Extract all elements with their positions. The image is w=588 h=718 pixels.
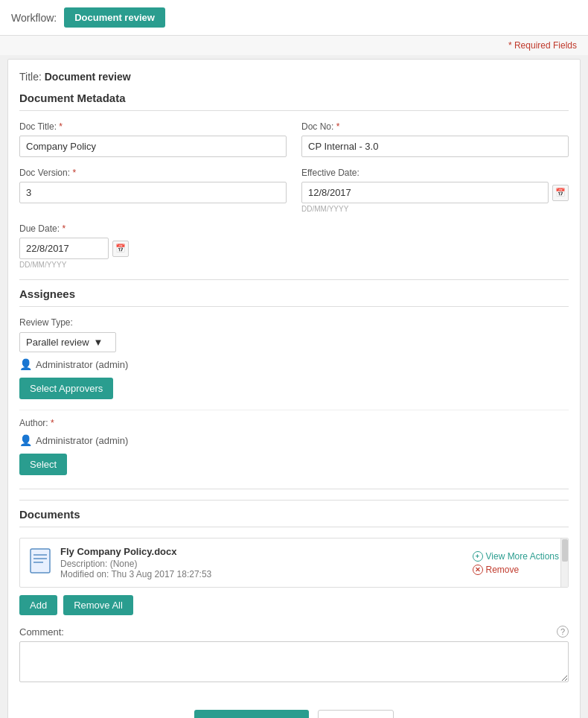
doc-title-input[interactable] xyxy=(19,136,287,157)
add-document-button[interactable]: Add xyxy=(19,595,57,615)
workflow-badge: Document review xyxy=(64,7,165,28)
main-card: Title: Document review Document Metadata… xyxy=(7,59,581,718)
cancel-button[interactable]: Cancel xyxy=(318,710,394,718)
view-more-icon: + xyxy=(473,551,483,562)
due-date-hint: DD/MM/YYYY xyxy=(19,261,287,269)
remove-icon: ✕ xyxy=(473,565,483,575)
due-date-row: Due Date: * 📅 DD/MM/YYYY xyxy=(19,223,569,269)
comment-label-row: Comment: ? xyxy=(19,626,569,638)
view-more-label: View More Actions xyxy=(486,551,560,562)
effective-date-input[interactable] xyxy=(301,182,549,203)
metadata-section-header: Document Metadata xyxy=(19,92,569,111)
remove-all-button[interactable]: Remove All xyxy=(63,595,133,615)
comment-textarea[interactable] xyxy=(19,641,569,682)
doc-name: Fly Company Policy.docx xyxy=(60,546,464,557)
review-type-value: Parallel review xyxy=(26,337,89,348)
doc-no-input[interactable] xyxy=(301,136,569,157)
view-more-actions-link[interactable]: + View More Actions xyxy=(473,551,560,562)
header: Workflow: Document review xyxy=(0,0,588,36)
effective-date-hint: DD/MM/YYYY xyxy=(301,205,569,213)
doc-info: Fly Company Policy.docx Description: (No… xyxy=(60,546,464,579)
title-value: Document review xyxy=(45,71,131,83)
due-date-calendar-icon[interactable]: 📅 xyxy=(112,241,129,257)
assignees-section: Review Type: Parallel review ▼ 👤 Adminis… xyxy=(19,317,569,399)
title-label: Title: xyxy=(19,71,42,83)
effective-date-calendar-icon[interactable]: 📅 xyxy=(552,185,569,201)
doc-version-input[interactable] xyxy=(19,182,287,203)
scrollbar-track xyxy=(560,538,568,587)
doc-title-group: Doc Title: * xyxy=(19,121,287,157)
assignee-user-icon: 👤 xyxy=(19,358,31,370)
doc-actions: + View More Actions ✕ Remove xyxy=(473,551,560,575)
scrollbar-thumb[interactable] xyxy=(562,539,568,562)
author-label: Author: * xyxy=(19,418,569,428)
doc-title-docno-row: Doc Title: * Doc No: * xyxy=(19,121,569,157)
doc-title-label: Doc Title: * xyxy=(19,121,287,132)
workflow-label: Workflow: xyxy=(11,12,57,24)
doc-no-group: Doc No: * xyxy=(301,121,569,157)
due-date-group: Due Date: * 📅 DD/MM/YYYY xyxy=(19,223,287,269)
required-text: Required Fields xyxy=(514,40,577,51)
remove-document-link[interactable]: ✕ Remove xyxy=(473,565,520,575)
assignees-section-header: Assignees xyxy=(19,287,569,307)
doc-modified: Modified on: Thu 3 Aug 2017 18:27:53 xyxy=(60,569,464,579)
select-approvers-button[interactable]: Select Approvers xyxy=(19,378,113,399)
documents-box: Fly Company Policy.docx Description: (No… xyxy=(19,538,569,588)
author-user-icon: 👤 xyxy=(19,434,31,446)
footer-buttons: Start Workflow Cancel xyxy=(19,699,569,718)
start-workflow-button[interactable]: Start Workflow xyxy=(194,710,310,718)
svg-rect-0 xyxy=(31,549,50,573)
assignee-user-row: 👤 Administrator (admin) xyxy=(19,358,569,370)
remove-label: Remove xyxy=(486,565,520,575)
doc-version-group: Doc Version: * xyxy=(19,168,287,213)
select-author-button[interactable]: Select xyxy=(19,454,67,475)
author-user-row: 👤 Administrator (admin) xyxy=(19,434,569,446)
review-type-select[interactable]: Parallel review ▼ xyxy=(19,332,116,352)
due-date-label: Due Date: * xyxy=(19,223,287,234)
author-user-name: Administrator (admin) xyxy=(36,435,128,446)
effective-date-wrapper: 📅 xyxy=(301,182,569,203)
effective-date-label: Effective Date: xyxy=(301,168,569,178)
card-title: Title: Document review xyxy=(19,71,569,83)
doc-buttons: Add Remove All xyxy=(19,595,569,615)
effective-date-group: Effective Date: 📅 DD/MM/YYYY xyxy=(301,168,569,213)
comment-label-text: Comment: xyxy=(19,626,64,638)
doc-file-icon xyxy=(29,548,51,578)
author-section: Author: * 👤 Administrator (admin) Select xyxy=(19,410,569,475)
required-asterisk: * xyxy=(508,40,512,51)
document-item: Fly Company Policy.docx Description: (No… xyxy=(20,538,568,587)
comment-section: Comment: ? xyxy=(19,626,569,684)
doc-description: Description: (None) xyxy=(60,559,464,569)
assignee-user-name: Administrator (admin) xyxy=(36,359,128,370)
required-note: * Required Fields xyxy=(0,36,588,55)
documents-section: Documents Fly Company Policy.docx Descri… xyxy=(19,500,569,615)
comment-help-icon[interactable]: ? xyxy=(557,626,569,638)
due-date-spacer xyxy=(301,223,569,269)
due-date-input[interactable] xyxy=(19,238,109,259)
doc-version-label: Doc Version: * xyxy=(19,168,287,178)
documents-section-header: Documents xyxy=(19,508,569,527)
doc-no-label: Doc No: * xyxy=(301,121,569,132)
doc-version-effdate-row: Doc Version: * Effective Date: 📅 DD/MM/Y… xyxy=(19,168,569,213)
due-date-wrapper: 📅 xyxy=(19,238,287,259)
review-type-arrow-icon: ▼ xyxy=(94,337,103,348)
review-type-label: Review Type: xyxy=(19,317,569,328)
